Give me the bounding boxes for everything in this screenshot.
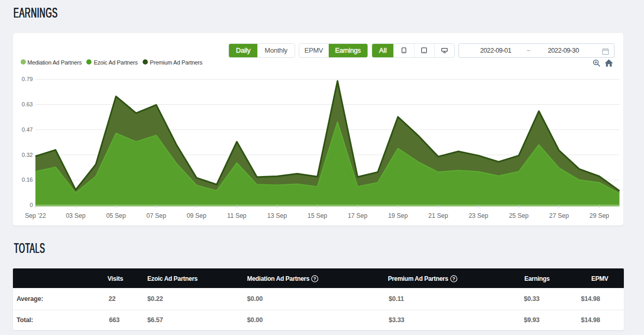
svg-text:05 Sep: 05 Sep: [106, 212, 126, 219]
svg-text:23 Sep: 23 Sep: [469, 212, 488, 219]
svg-text:03 Sep: 03 Sep: [66, 212, 85, 219]
svg-text:0.47: 0.47: [22, 126, 33, 133]
svg-text:07 Sep: 07 Sep: [146, 212, 166, 219]
svg-text:27 Sep: 27 Sep: [549, 212, 569, 219]
svg-text:0: 0: [29, 202, 33, 208]
svg-text:15 Sep: 15 Sep: [308, 212, 327, 219]
svg-text:0.79: 0.79: [22, 76, 33, 82]
svg-text:11 Sep: 11 Sep: [227, 212, 247, 219]
svg-text:25 Sep: 25 Sep: [509, 212, 529, 219]
svg-text:Sep ’22: Sep ’22: [25, 212, 46, 219]
svg-text:?: ?: [452, 276, 455, 281]
svg-text:?: ?: [313, 276, 316, 281]
svg-text:0.63: 0.63: [22, 101, 33, 107]
svg-text:13 Sep: 13 Sep: [267, 212, 287, 219]
svg-text:21 Sep: 21 Sep: [428, 212, 448, 219]
svg-text:0.16: 0.16: [22, 177, 33, 183]
svg-text:17 Sep: 17 Sep: [348, 212, 367, 219]
svg-text:29 Sep: 29 Sep: [589, 212, 609, 219]
svg-text:0.32: 0.32: [22, 152, 33, 158]
svg-text:19 Sep: 19 Sep: [388, 212, 408, 219]
svg-text:09 Sep: 09 Sep: [187, 212, 206, 219]
